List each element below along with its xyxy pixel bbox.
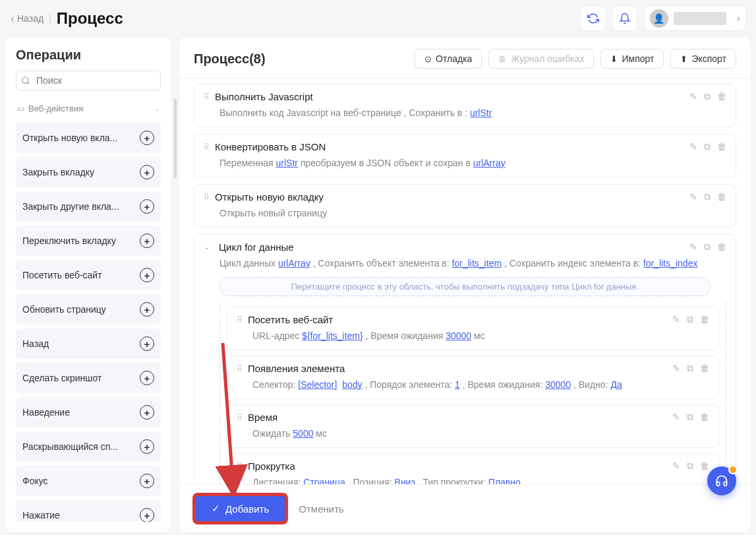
- nested-wait-time[interactable]: ⠿ Время ✎⧉🗑 Ожидать 5000 мс: [227, 404, 719, 448]
- copy-icon[interactable]: ⧉: [687, 460, 693, 472]
- val-link[interactable]: Страница: [303, 477, 345, 484]
- var-link[interactable]: urlArray: [473, 158, 506, 168]
- copy-icon[interactable]: ⧉: [704, 141, 711, 152]
- step-open-tab[interactable]: ⠿ Открыть новую вкладку ✎ ⧉ 🗑 Открыть но…: [194, 184, 736, 228]
- drag-handle-icon[interactable]: ⠿: [237, 462, 241, 471]
- var-link[interactable]: for_lits_index: [643, 258, 698, 268]
- copy-icon[interactable]: ⧉: [687, 412, 693, 423]
- loop-drop-zone[interactable]: Перетащите процесс в эту область, чтобы …: [219, 277, 711, 296]
- nested-visit-site[interactable]: ⠿ Посетить веб-сайт ✎⧉🗑 URL-адрес ${for_…: [227, 307, 719, 350]
- plus-icon[interactable]: +: [140, 474, 154, 488]
- copy-icon[interactable]: ⧉: [704, 91, 711, 102]
- val-link[interactable]: Да: [610, 379, 622, 390]
- plus-icon[interactable]: +: [140, 405, 154, 420]
- val-link[interactable]: 30000: [446, 330, 471, 341]
- error-log-button: 🗎Журнал ошибках: [488, 49, 594, 69]
- label: Отладка: [436, 53, 472, 64]
- op-dropdown[interactable]: Раскрывающийся сп...+: [16, 431, 161, 462]
- drag-handle-icon[interactable]: ⠿: [204, 193, 208, 202]
- support-fab[interactable]: [707, 466, 736, 495]
- delete-icon[interactable]: 🗑: [700, 412, 709, 423]
- op-focus[interactable]: Фокус+: [16, 466, 161, 496]
- plus-icon[interactable]: +: [140, 268, 154, 282]
- op-click[interactable]: Нажатие+: [16, 500, 161, 522]
- selector-link[interactable]: body: [342, 379, 362, 390]
- op-screenshot[interactable]: Сделать скриншот+: [16, 363, 161, 393]
- copy-icon[interactable]: ⧉: [704, 241, 711, 253]
- export-button[interactable]: ⬆Экспорт: [670, 49, 736, 69]
- nested-scroll[interactable]: ⠿ Прокрутка ✎⧉🗑 Дистанция: Страница , По…: [227, 453, 719, 484]
- bell-icon[interactable]: [613, 7, 637, 30]
- search-input[interactable]: [16, 71, 161, 90]
- copy-icon[interactable]: ⧉: [687, 363, 693, 374]
- scrollbar[interactable]: [174, 99, 177, 178]
- step-desc: Селектор: [Selector] body , Порядок элем…: [252, 378, 709, 392]
- op-hover[interactable]: Наведение+: [16, 397, 161, 427]
- delete-icon[interactable]: 🗑: [717, 91, 726, 102]
- edit-icon[interactable]: ✎: [672, 412, 680, 423]
- refresh-icon[interactable]: [581, 7, 605, 30]
- import-button[interactable]: ⬇Импорт: [600, 49, 664, 69]
- step-convert-json[interactable]: ⠿ Конвертировать в JSON ✎ ⧉ 🗑 Переменная…: [194, 134, 736, 177]
- op-close-other-tabs[interactable]: Закрыть другие вкла...+: [16, 191, 161, 222]
- category-label: Веб-действия: [28, 104, 83, 113]
- op-visit-website[interactable]: Посетить веб-сайт+: [16, 260, 161, 290]
- drag-handle-icon[interactable]: ⠿: [204, 142, 208, 152]
- add-button[interactable]: ✓ Добавить: [194, 494, 287, 523]
- delete-icon[interactable]: 🗑: [717, 141, 726, 152]
- edit-icon[interactable]: ✎: [689, 141, 697, 152]
- edit-icon[interactable]: ✎: [689, 241, 697, 253]
- delete-icon[interactable]: 🗑: [700, 460, 709, 472]
- edit-icon[interactable]: ✎: [672, 363, 680, 374]
- op-open-new-tab[interactable]: Открыть новую вкла...+: [16, 123, 161, 153]
- plus-icon[interactable]: +: [140, 336, 154, 351]
- selector-link[interactable]: [Selector]: [298, 379, 337, 390]
- op-switch-tab[interactable]: Переключить вкладку+: [16, 226, 161, 256]
- copy-icon[interactable]: ⧉: [687, 314, 693, 325]
- edit-icon[interactable]: ✎: [689, 191, 697, 203]
- drag-handle-icon[interactable]: ⠿: [237, 413, 241, 422]
- plus-icon[interactable]: +: [140, 131, 154, 145]
- drag-handle-icon[interactable]: ⠿: [204, 92, 208, 102]
- op-reload-page[interactable]: Обновить страницу+: [16, 294, 161, 325]
- var-link[interactable]: urlStr: [470, 108, 492, 118]
- cancel-button[interactable]: Отменить: [299, 503, 344, 515]
- user-menu[interactable]: 👤 ›: [645, 7, 745, 30]
- val-link[interactable]: 30000: [545, 379, 571, 390]
- val-link[interactable]: 1: [455, 379, 460, 390]
- category-web-actions[interactable]: ▭ Веб-действия ⌄: [16, 100, 161, 117]
- back-button[interactable]: Назад: [11, 12, 44, 26]
- step-execute-js[interactable]: ⠿ Выполнить Javascript ✎ ⧉ 🗑 Выполнить к…: [194, 84, 736, 127]
- plus-icon[interactable]: +: [140, 439, 154, 454]
- drag-handle-icon[interactable]: ⠿: [237, 364, 241, 373]
- edit-icon[interactable]: ✎: [672, 314, 680, 325]
- plus-icon[interactable]: +: [140, 165, 154, 179]
- step-actions: ✎ ⧉ 🗑: [689, 141, 726, 152]
- edit-icon[interactable]: ✎: [672, 460, 680, 472]
- plus-icon[interactable]: +: [140, 199, 154, 214]
- var-link[interactable]: ${for_lits_item}: [302, 330, 363, 341]
- var-link[interactable]: urlStr: [276, 158, 298, 168]
- delete-icon[interactable]: 🗑: [717, 191, 726, 203]
- step-for-loop[interactable]: ⌄ Цикл for данные ✎ ⧉ 🗑 Цикл данных urlA…: [194, 234, 736, 484]
- plus-icon[interactable]: +: [140, 371, 154, 385]
- val-link[interactable]: 5000: [293, 428, 313, 439]
- edit-icon[interactable]: ✎: [689, 91, 697, 102]
- plus-icon[interactable]: +: [140, 508, 154, 522]
- val-link[interactable]: Плавно: [488, 477, 521, 484]
- debug-button[interactable]: ⊙Отладка: [415, 49, 482, 69]
- delete-icon[interactable]: 🗑: [700, 314, 709, 325]
- plus-icon[interactable]: +: [140, 302, 154, 317]
- delete-icon[interactable]: 🗑: [717, 241, 726, 253]
- var-link[interactable]: urlArray: [278, 258, 310, 268]
- plus-icon[interactable]: +: [140, 234, 154, 248]
- val-link[interactable]: Вниз: [395, 477, 415, 484]
- nested-wait-element[interactable]: ⠿ Появления элемента ✎⧉🗑 Селектор: [Sele…: [227, 356, 719, 399]
- op-back[interactable]: Назад+: [16, 329, 161, 359]
- copy-icon[interactable]: ⧉: [704, 191, 711, 203]
- chevron-down-icon[interactable]: ⌄: [204, 243, 210, 251]
- delete-icon[interactable]: 🗑: [700, 363, 709, 374]
- var-link[interactable]: for_lits_item: [452, 258, 502, 268]
- drag-handle-icon[interactable]: ⠿: [237, 315, 241, 325]
- op-close-tab[interactable]: Закрыть вкладку+: [16, 157, 161, 187]
